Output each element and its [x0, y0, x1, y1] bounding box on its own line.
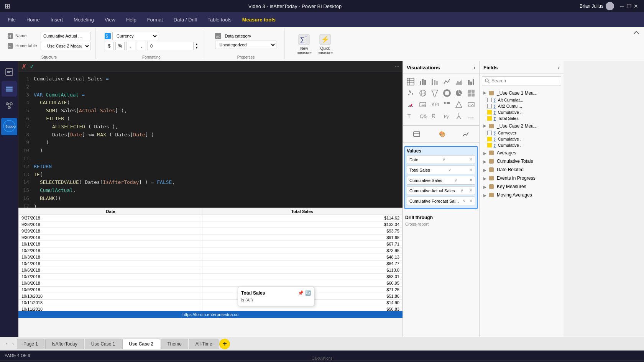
- value-date-remove[interactable]: ✕: [469, 157, 473, 162]
- fields-expand-btn[interactable]: ›: [558, 64, 560, 70]
- viz-image-icon[interactable]: [466, 99, 476, 110]
- filter-pin-btn[interactable]: 📌: [298, 290, 304, 296]
- tab-all-time[interactable]: All-Time: [189, 339, 219, 349]
- viz-area-chart-icon[interactable]: [453, 76, 464, 87]
- new-measure-button[interactable]: ∑+ Newmeasure: [294, 32, 315, 56]
- viz-donut-icon[interactable]: [442, 88, 452, 98]
- viz-r-visual-icon[interactable]: R: [429, 111, 440, 121]
- field-checkbox-alt-cumulat[interactable]: [487, 98, 492, 102]
- field-item-alt2-cumul[interactable]: ∑ Alt2 Cumul...: [481, 103, 562, 109]
- viz-py-visual-icon[interactable]: Py: [442, 111, 452, 121]
- value-cumulative-forecast-remove[interactable]: ✕: [469, 198, 473, 203]
- dollar-btn[interactable]: $: [105, 42, 114, 50]
- value-date-chevron[interactable]: ∨: [442, 157, 445, 162]
- viz-map-icon[interactable]: [417, 88, 428, 98]
- menu-file[interactable]: File: [3, 15, 20, 25]
- viz-gauge-icon[interactable]: [405, 99, 416, 110]
- fields-search-box[interactable]: [482, 76, 561, 85]
- viz-shape-icon[interactable]: [453, 99, 464, 110]
- value-cumulative-actual-chevron[interactable]: ∨: [460, 188, 463, 193]
- tab-theme[interactable]: Theme: [161, 339, 188, 349]
- viz-expand-btn[interactable]: ›: [473, 64, 475, 70]
- viz-scatter-icon[interactable]: [405, 88, 416, 98]
- viz-matrix-icon[interactable]: [466, 88, 476, 98]
- viz-analytics-btn[interactable]: [454, 129, 477, 139]
- viz-funnel-icon[interactable]: [429, 88, 440, 98]
- menu-measure-tools[interactable]: Measure tools: [238, 15, 280, 25]
- decimal-up[interactable]: ▲: [195, 43, 198, 46]
- comma-btn[interactable]: ,: [137, 42, 146, 50]
- value-cumulative-sales-remove[interactable]: ✕: [469, 178, 473, 183]
- tab-isaftertoday[interactable]: IsAfterToday: [45, 339, 84, 349]
- field-item-cumulative-3[interactable]: ∑ Cumulative ...: [481, 142, 562, 148]
- report-view-icon[interactable]: [2, 64, 17, 80]
- field-checkbox-carryover[interactable]: [487, 131, 492, 135]
- viz-q-and-a-icon[interactable]: Q&A: [417, 111, 428, 121]
- data-view-icon[interactable]: [2, 81, 17, 97]
- editor-cancel-btn[interactable]: ✗: [21, 63, 26, 70]
- field-group-cumulative-totals-header[interactable]: Cumulative Totals: [481, 157, 562, 165]
- viz-table-icon[interactable]: [405, 76, 416, 87]
- field-group-events-in-progress-header[interactable]: Events in Progress: [481, 174, 562, 182]
- value-cumulative-actual-remove[interactable]: ✕: [469, 188, 473, 193]
- field-checkbox-cumulative-3[interactable]: [487, 143, 492, 147]
- viz-kpi-icon[interactable]: KPI: [429, 99, 440, 110]
- decimal-btn[interactable]: .: [126, 42, 135, 50]
- tab-page1[interactable]: Page 1: [17, 339, 44, 349]
- minimize-button[interactable]: ─: [619, 3, 626, 10]
- menu-format[interactable]: Format: [143, 15, 168, 25]
- field-item-total-sales-1[interactable]: ∑ Total Sales: [481, 115, 562, 121]
- quick-measure-button[interactable]: ⚡ Quickmeasure: [315, 32, 336, 56]
- menu-table-tools[interactable]: Table tools: [203, 15, 236, 25]
- tab-use-case-1[interactable]: Use Case 1: [85, 339, 122, 349]
- viz-line-chart-icon[interactable]: [442, 76, 452, 87]
- filter-refresh-btn[interactable]: 🔄: [305, 290, 311, 296]
- viz-text-icon[interactable]: T: [405, 111, 416, 121]
- viz-card-icon[interactable]: 123: [417, 99, 428, 110]
- field-item-cumulative-1[interactable]: ∑ Cumulative ...: [481, 109, 562, 115]
- field-group-key-measures-header[interactable]: Key Measures: [481, 183, 562, 190]
- close-button[interactable]: ✕: [632, 3, 639, 10]
- restore-button[interactable]: ❐: [626, 3, 632, 10]
- field-checkbox-cumulative-2[interactable]: [487, 137, 492, 141]
- name-input[interactable]: [41, 32, 90, 40]
- value-cumulative-sales-chevron[interactable]: ∨: [454, 178, 457, 183]
- value-total-sales-remove[interactable]: ✕: [469, 167, 473, 172]
- data-table[interactable]: Date Total Sales 9/27/2018$114.62 9/28/2…: [18, 208, 402, 311]
- menu-home[interactable]: Home: [22, 15, 44, 25]
- model-view-icon[interactable]: [2, 98, 17, 113]
- editor-expand-btn[interactable]: ⋯: [395, 64, 399, 69]
- field-item-carryover[interactable]: ∑ Carryover: [481, 130, 562, 136]
- field-checkbox-alt2-cumul[interactable]: [487, 104, 492, 108]
- decimal-input[interactable]: [148, 42, 194, 50]
- viz-bar-chart-icon[interactable]: [417, 76, 428, 87]
- value-cumulative-forecast-chevron[interactable]: ∨: [463, 198, 466, 203]
- field-group-use-case-2-header[interactable]: _Use Case 2 Mea...: [481, 122, 562, 130]
- menu-insert[interactable]: Insert: [46, 15, 68, 25]
- menu-help[interactable]: Help: [122, 15, 141, 25]
- field-item-cumulative-2[interactable]: ∑ Cumulative ...: [481, 136, 562, 142]
- viz-format-btn[interactable]: 🎨: [430, 129, 453, 139]
- viz-more-icon[interactable]: …: [466, 111, 476, 121]
- menu-modeling[interactable]: Modeling: [69, 15, 99, 25]
- tab-use-case-2[interactable]: Use Case 2: [122, 339, 160, 349]
- viz-column-chart-icon[interactable]: [466, 76, 476, 87]
- add-page-btn[interactable]: +: [219, 339, 230, 349]
- field-checkbox-cumulative-1[interactable]: [487, 110, 492, 115]
- data-category-select[interactable]: Uncategorized: [215, 41, 276, 49]
- viz-fields-btn[interactable]: [405, 129, 428, 139]
- field-group-averages-header[interactable]: Averages: [481, 149, 562, 157]
- value-total-sales-chevron[interactable]: ∨: [448, 167, 451, 172]
- viz-stacked-bar-icon[interactable]: [429, 76, 440, 87]
- home-table-select[interactable]: _Use Case 2 Measu...: [41, 42, 90, 50]
- field-item-alt-cumulat[interactable]: ∑ Alt Cumulat...: [481, 97, 562, 103]
- field-checkbox-total-sales-1[interactable]: [487, 116, 492, 121]
- viz-slicer-icon[interactable]: [442, 99, 452, 110]
- editor-confirm-btn[interactable]: ✓: [30, 63, 34, 70]
- currency-select[interactable]: Currency: [112, 32, 158, 40]
- tab-prev-btn[interactable]: ‹: [3, 340, 9, 348]
- support-icon[interactable]: Support: [1, 118, 17, 135]
- fields-search-input[interactable]: [491, 78, 559, 84]
- field-group-date-related-header[interactable]: Date Related: [481, 166, 562, 174]
- menu-view[interactable]: View: [100, 15, 120, 25]
